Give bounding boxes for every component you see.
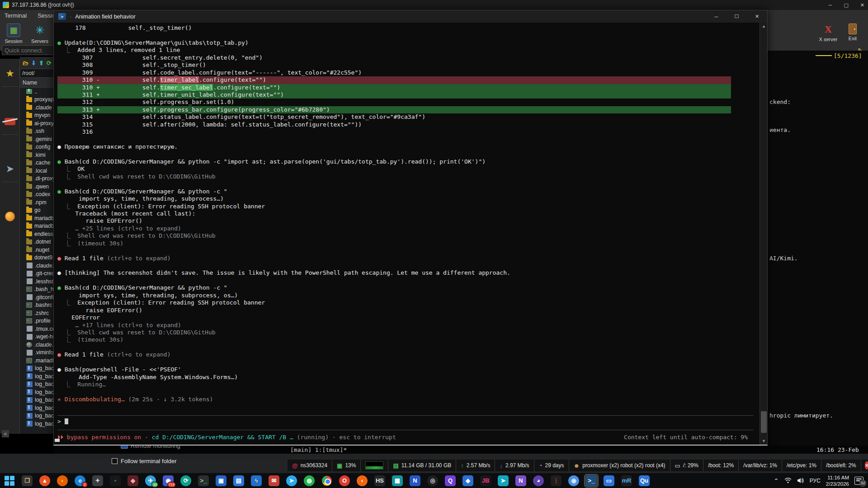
notification-center-icon[interactable]: 32	[854, 477, 863, 485]
tmux-status: [main] 1:[tmux]*	[290, 446, 347, 453]
taskbar-icon-obs-studio[interactable]: ◎	[426, 474, 439, 487]
taskbar-icon-mail-app[interactable]: ✉	[267, 474, 281, 487]
scroll-up-arrow[interactable]: ▲	[760, 23, 768, 30]
moba-close-button[interactable]: ✕	[860, 2, 864, 8]
terminal-line	[57, 136, 731, 143]
file-name: endlessh	[34, 231, 56, 237]
volume-icon[interactable]	[797, 478, 804, 483]
mail-app-icon: ✉	[269, 475, 279, 486]
taskbar-icon-powershell[interactable]: >_	[585, 474, 598, 487]
terminal-titlebar[interactable]: > · Animation field behavior	[54, 10, 767, 23]
monitor-segment: @ns3063324	[288, 460, 332, 471]
taskbar-icon-hs-app[interactable]: HS	[373, 474, 387, 487]
taskbar-icon-black-box-app[interactable]: ▪	[108, 474, 122, 487]
monitor-value: ns3063324	[301, 462, 327, 469]
prompt-divider-top	[57, 415, 754, 416]
terminal-line: raise EOFError()	[57, 217, 731, 225]
ram-icon: ▤	[393, 462, 398, 469]
taskbar-icon-cyan-plane-app[interactable]: ➤	[496, 474, 510, 487]
cpu-history-graph-icon	[365, 461, 383, 469]
taskbar-icon-start[interactable]	[3, 474, 16, 487]
servers-button[interactable]: ✳ Servers	[27, 23, 52, 44]
taskbar-icon-blue-folder-app[interactable]: ▤	[232, 474, 245, 487]
taskbar-icon-chromium[interactable]: ◉	[567, 474, 580, 487]
terminal-scrollbar[interactable]: ▲ ▼	[760, 23, 767, 445]
taskbar-icon-quickutmo[interactable]: Qu	[637, 474, 651, 487]
taskbar-icon-media-app[interactable]: ▦	[391, 474, 404, 487]
sync-app-icon: ⟳	[180, 475, 191, 486]
file-icon	[26, 342, 32, 347]
tools-knife-icon[interactable]	[2, 108, 18, 135]
taskbar-icon-edge-browser[interactable]: e2	[73, 474, 87, 487]
taskbar-icon-diamond-app[interactable]: ◆	[461, 474, 475, 487]
moba-minimize-button[interactable]: ─	[829, 2, 832, 8]
brave-browser-icon: ▲	[39, 475, 50, 486]
scrollbar-thumb[interactable]	[761, 411, 767, 433]
taskbar-icon-terminal-app[interactable]: >_	[197, 474, 210, 487]
taskbar-icon-messenger[interactable]: ✈30	[144, 474, 157, 487]
taskbar-icon-figma[interactable]: ⋮	[549, 474, 563, 487]
taskbar-icon-opera[interactable]: O	[338, 474, 351, 487]
favorites-star-icon[interactable]: ★	[2, 61, 18, 87]
monitor-segment: ↓2.97 Mb/s	[495, 460, 534, 471]
windows-start-icon	[5, 476, 14, 486]
bottom-panel: Follow terminal folder @ns3063324▣13%▤11…	[0, 454, 868, 473]
taskbar-icon-dark-utility[interactable]: ✦	[91, 474, 104, 487]
monitor-bar-close-button[interactable]: ✕	[865, 461, 868, 469]
taskbar-icon-notifier-app[interactable]: ◉715	[161, 474, 175, 487]
taskbar-icon-telegram[interactable]: ➤	[285, 474, 298, 487]
taskbar-icon-brave-browser[interactable]: ▲	[38, 474, 52, 487]
taskbar-icon-chrome[interactable]	[320, 474, 334, 487]
moba-maximize-button[interactable]: ▢	[844, 2, 848, 8]
taskbar-icon-github-desktop[interactable]: ◕	[532, 474, 545, 487]
menu-terminal[interactable]: Terminal	[5, 12, 27, 19]
follow-terminal-folder-checkbox[interactable]: Follow terminal folder	[112, 458, 177, 465]
file-icon	[27, 366, 33, 371]
taskbar-icon-remote-monitor-app[interactable]: ▭	[602, 474, 616, 487]
terminal-line: … +25 lines (ctrl+o to expand)	[57, 225, 731, 232]
checkbox-icon[interactable]	[112, 458, 118, 464]
terminal-minimize-button[interactable]: ─	[706, 10, 726, 23]
taskbar-icon-blue-n-app[interactable]: N	[408, 474, 422, 487]
folder-up-icon[interactable]: 🗁	[23, 60, 28, 66]
taskbar-icon-jetbrains[interactable]: JB	[479, 474, 492, 487]
file-icon	[27, 405, 33, 411]
x-server-button[interactable]: X X server	[815, 23, 842, 42]
taskbar-icon-green-circle-app[interactable]: ◍	[302, 474, 316, 487]
globe-icon[interactable]	[2, 203, 18, 230]
taskbar-icon-firefox[interactable]: ◖	[355, 474, 369, 487]
session-button[interactable]: ▦ Session	[1, 23, 26, 44]
taskbar-clock[interactable]: 11:16 AM 2/23/2026	[826, 474, 849, 487]
upload-icon[interactable]: ⬆	[39, 60, 44, 66]
taskbar-icon-dark-red-app[interactable]: ◆	[126, 474, 140, 487]
download-icon[interactable]: ⬇	[31, 60, 36, 66]
scroll-down-arrow[interactable]: ▼	[760, 437, 768, 445]
taskbar-icon-lightning-app[interactable]: ϟ	[250, 474, 263, 487]
taskbar-icon-blue-window-app[interactable]: ▣	[214, 474, 228, 487]
language-indicator[interactable]: РУС	[810, 478, 821, 484]
terminal-maximize-button[interactable]: ☐	[726, 10, 747, 23]
folder-icon	[26, 105, 32, 110]
taskbar-icon-firefox-orange[interactable]: ◗	[56, 474, 69, 487]
terminal-text-fragment: ckend:	[769, 99, 791, 105]
taskbar-icon-file-explorer[interactable]: ❒	[20, 474, 34, 487]
file-name: .nuget	[34, 247, 49, 253]
wifi-icon[interactable]	[784, 478, 792, 483]
macros-plane-icon[interactable]: ➤	[2, 156, 18, 182]
terminal-prompt[interactable]: >	[57, 418, 68, 425]
terminal-close-button[interactable]: ✕	[747, 10, 767, 23]
file-icon	[27, 381, 33, 387]
tray-chevron-up-icon[interactable]: ⌃	[774, 477, 779, 484]
sidebar-scroll-left-button[interactable]: <	[2, 430, 9, 437]
file-icon	[27, 334, 33, 340]
folder-icon	[26, 129, 32, 134]
taskbar-icon-sync-app[interactable]: ⟳	[179, 474, 193, 487]
folder-icon	[26, 152, 32, 157]
terminal-text-fragment: иента.	[769, 127, 791, 133]
taskbar-icon-q-app[interactable]: Q	[443, 474, 457, 487]
taskbar-icon-notion[interactable]: N	[514, 474, 528, 487]
taskbar-icon-mremoteng[interactable]: mR	[620, 474, 633, 487]
exit-button[interactable]: Exit	[839, 23, 866, 41]
servers-icon: ✳	[33, 23, 47, 37]
refresh-icon[interactable]: ⟳	[47, 60, 52, 66]
